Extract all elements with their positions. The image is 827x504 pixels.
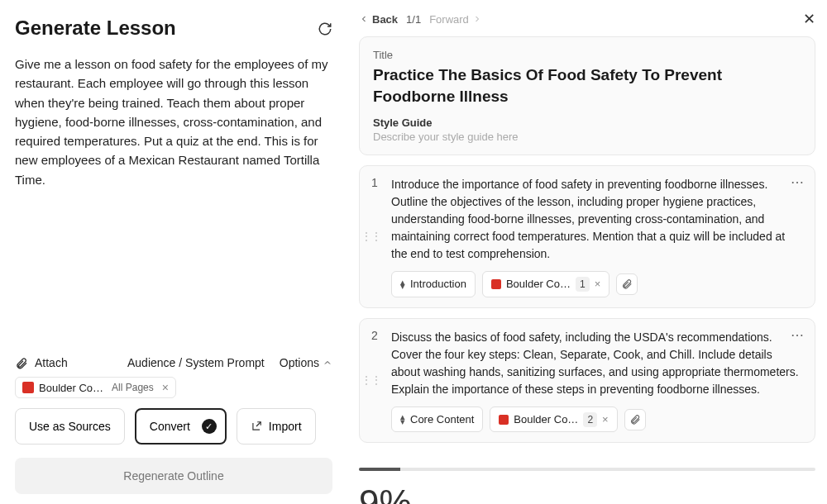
remove-tag-icon[interactable]: × bbox=[595, 276, 601, 292]
chevron-left-icon bbox=[359, 14, 369, 24]
progress-section: 9% Your lesson is generating and will be… bbox=[359, 453, 815, 504]
pdf-icon bbox=[22, 382, 34, 393]
paperclip-icon bbox=[629, 414, 641, 426]
style-guide-label: Style Guide bbox=[373, 116, 801, 129]
pdf-icon bbox=[499, 415, 509, 425]
meta-row: Attach Audience / System Prompt Options bbox=[15, 349, 332, 377]
outline-text: Discuss the basics of food safety, inclu… bbox=[391, 329, 803, 398]
right-pane: Back 1/1 Forward ✕ Title Practice The Ba… bbox=[347, 0, 827, 504]
title-label: Title bbox=[373, 49, 801, 61]
import-icon bbox=[251, 421, 262, 432]
outline-content[interactable]: Discuss the basics of food safety, inclu… bbox=[391, 329, 803, 433]
attach-doc-button[interactable] bbox=[624, 409, 646, 430]
nav-row: Back 1/1 Forward ✕ bbox=[359, 10, 815, 28]
audience-link[interactable]: Audience / System Prompt bbox=[127, 356, 265, 369]
import-button[interactable]: Import bbox=[237, 408, 316, 445]
attach-doc-button[interactable] bbox=[616, 273, 638, 295]
attach-link[interactable]: Attach bbox=[35, 356, 68, 369]
refresh-icon[interactable] bbox=[318, 21, 332, 36]
left-pane: Generate Lesson Give me a lesson on food… bbox=[0, 0, 347, 504]
lesson-title[interactable]: Practice The Basics Of Food Safety To Pr… bbox=[373, 64, 801, 107]
more-icon[interactable]: ⋯ bbox=[791, 327, 805, 343]
source-name: Boulder Co… bbox=[39, 382, 103, 394]
convert-label: Convert bbox=[150, 420, 190, 433]
progress-fill bbox=[359, 468, 400, 471]
doc-tag[interactable]: Boulder Co… 1 × bbox=[482, 271, 609, 297]
outline-tags: ▴▾ Core Content Boulder Co… 2 × bbox=[391, 407, 803, 433]
pdf-icon bbox=[491, 279, 501, 289]
paperclip-icon bbox=[621, 278, 633, 290]
convert-button[interactable]: Convert ✓ bbox=[135, 408, 227, 445]
outline-tags: ▴▾ Introduction Boulder Co… 1 × bbox=[391, 271, 803, 297]
page-counter: 1/1 bbox=[406, 13, 421, 26]
prompt-text[interactable]: Give me a lesson on food safety for the … bbox=[15, 55, 332, 189]
options-label: Options bbox=[280, 356, 319, 369]
check-icon: ✓ bbox=[202, 419, 217, 434]
back-button[interactable]: Back bbox=[359, 13, 398, 26]
button-row: Use as Sources Convert ✓ Import bbox=[15, 408, 332, 445]
outline-item: ⋮⋮ 1 Introduce the importance of food sa… bbox=[359, 165, 815, 308]
drag-handle-icon[interactable]: ⋮⋮ bbox=[358, 234, 381, 240]
drag-handle-icon[interactable]: ⋮⋮ bbox=[358, 378, 381, 383]
outline-text: Introduce the importance of food safety … bbox=[391, 176, 803, 263]
import-label: Import bbox=[269, 420, 302, 433]
use-as-sources-button[interactable]: Use as Sources bbox=[15, 408, 125, 445]
remove-source-icon[interactable]: × bbox=[162, 381, 169, 394]
title-panel: Title Practice The Basics Of Food Safety… bbox=[359, 36, 815, 155]
source-chip[interactable]: Boulder Co… All Pages × bbox=[15, 377, 176, 398]
progress-percent: 9% bbox=[359, 483, 815, 504]
chevron-up-icon bbox=[323, 358, 332, 368]
doc-count: 1 bbox=[576, 277, 590, 292]
attach-icon[interactable] bbox=[15, 356, 28, 370]
remove-tag-icon[interactable]: × bbox=[602, 411, 609, 428]
doc-tag[interactable]: Boulder Co… 2 × bbox=[490, 407, 617, 433]
type-tag[interactable]: ▴▾ Core Content bbox=[391, 407, 483, 433]
forward-button[interactable]: Forward bbox=[429, 13, 482, 26]
close-icon[interactable]: ✕ bbox=[803, 10, 815, 28]
more-icon[interactable]: ⋯ bbox=[791, 174, 805, 190]
style-guide-input[interactable]: Describe your style guide here bbox=[373, 131, 801, 143]
doc-count: 2 bbox=[583, 412, 597, 427]
progress-bar bbox=[359, 468, 815, 471]
type-tag[interactable]: ▴▾ Introduction bbox=[391, 271, 476, 297]
source-pages: All Pages bbox=[112, 382, 154, 393]
sort-icon: ▴▾ bbox=[400, 280, 405, 289]
options-link[interactable]: Options bbox=[280, 356, 332, 369]
sort-icon: ▴▾ bbox=[400, 415, 405, 424]
page-title: Generate Lesson bbox=[15, 17, 176, 40]
chevron-right-icon bbox=[472, 14, 482, 24]
left-header: Generate Lesson bbox=[15, 17, 332, 40]
outline-content[interactable]: Introduce the importance of food safety … bbox=[391, 176, 803, 297]
outline-item: ⋮⋮ 2 Discuss the basics of food safety, … bbox=[359, 318, 815, 444]
regenerate-outline-button[interactable]: Regenerate Outline bbox=[15, 458, 332, 494]
